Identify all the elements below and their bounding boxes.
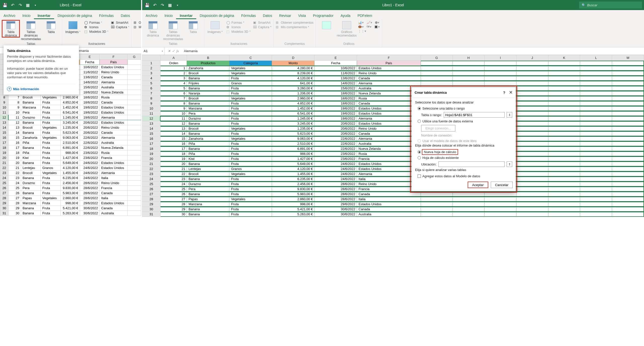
- cell[interactable]: [548, 141, 580, 146]
- cell[interactable]: [421, 207, 453, 212]
- cell[interactable]: [516, 161, 548, 166]
- cell[interactable]: [548, 197, 580, 202]
- cell[interactable]: 4.120,00 €: [272, 166, 314, 171]
- cell[interactable]: Vegetales: [229, 197, 272, 202]
- cell[interactable]: 1.427,00 €: [272, 156, 314, 161]
- cell[interactable]: [453, 66, 485, 71]
- cell[interactable]: [516, 212, 548, 217]
- cell[interactable]: [548, 212, 580, 217]
- cell[interactable]: [580, 187, 612, 192]
- row-header[interactable]: 15: [142, 131, 160, 136]
- header-orden[interactable]: Orden: [160, 61, 187, 66]
- cell[interactable]: 7: [160, 96, 187, 101]
- cell[interactable]: 28/6/2022: [314, 197, 357, 202]
- cell[interactable]: [548, 151, 580, 156]
- cell[interactable]: Australia: [357, 212, 421, 217]
- cell[interactable]: 18/6/2022: [314, 101, 357, 106]
- addins-ob[interactable]: ⊞Ob: [134, 21, 141, 25]
- cell[interactable]: Manzana: [187, 106, 229, 111]
- cell[interactable]: Fruta: [229, 131, 272, 136]
- row-header[interactable]: 14: [142, 126, 160, 131]
- header-monto[interactable]: Monto: [272, 61, 314, 66]
- icons-button[interactable]: ✿Iconos: [84, 25, 108, 29]
- cell[interactable]: 8: [160, 101, 187, 106]
- cell[interactable]: 26: [160, 192, 187, 197]
- header-categoría[interactable]: Categoría: [229, 61, 272, 66]
- row-header[interactable]: 16: [142, 136, 160, 141]
- cell[interactable]: [612, 81, 644, 86]
- cell[interactable]: Fruta: [229, 146, 272, 151]
- cell[interactable]: [516, 156, 548, 161]
- cell[interactable]: [548, 146, 580, 151]
- cell[interactable]: 2.960,00 €: [272, 96, 314, 101]
- cell[interactable]: [516, 86, 548, 91]
- cell[interactable]: Fruta: [229, 182, 272, 187]
- cell[interactable]: Fruta: [229, 177, 272, 182]
- cell[interactable]: 23/6/2022: [314, 151, 357, 156]
- cell[interactable]: [580, 86, 612, 91]
- cell[interactable]: 988,00 €: [272, 151, 314, 156]
- cell[interactable]: 24/6/2022: [314, 177, 357, 182]
- cell[interactable]: 2.510,00 €: [272, 141, 314, 146]
- row-header[interactable]: 29: [142, 202, 160, 207]
- cell[interactable]: [548, 202, 580, 207]
- cell[interactable]: 18: [160, 151, 187, 156]
- cell[interactable]: [612, 121, 644, 126]
- cell[interactable]: [612, 106, 644, 111]
- cell[interactable]: [612, 101, 644, 106]
- cell[interactable]: 1: [160, 66, 187, 71]
- qat-more-icon[interactable]: ▾: [32, 2, 38, 8]
- cell[interactable]: Pera: [187, 187, 229, 192]
- row-header[interactable]: 22: [142, 166, 160, 171]
- cell[interactable]: [580, 146, 612, 151]
- row-header[interactable]: 20: [142, 156, 160, 161]
- cell[interactable]: 998,00 €: [272, 202, 314, 207]
- cell[interactable]: Pera: [187, 111, 229, 116]
- cell[interactable]: Frijoles: [187, 81, 229, 86]
- cell[interactable]: [421, 71, 453, 76]
- cell[interactable]: [580, 156, 612, 161]
- cell[interactable]: Brocoli: [187, 96, 229, 101]
- cell[interactable]: Fruta: [229, 106, 272, 111]
- cell[interactable]: [516, 207, 548, 212]
- cell[interactable]: 5.421,00 €: [272, 207, 314, 212]
- cell[interactable]: Piña: [187, 141, 229, 146]
- cell[interactable]: 21: [160, 166, 187, 171]
- cell[interactable]: [548, 207, 580, 212]
- dialog-close-icon[interactable]: ✕: [509, 90, 513, 95]
- name-box[interactable]: A1: [142, 47, 165, 55]
- save-icon[interactable]: 💾: [144, 2, 150, 8]
- cell[interactable]: 5.983,00 €: [272, 192, 314, 197]
- cell[interactable]: [548, 171, 580, 177]
- cell[interactable]: 3.245,00 €: [272, 121, 314, 126]
- cell[interactable]: [612, 91, 644, 96]
- cell[interactable]: [421, 66, 453, 71]
- cell[interactable]: Italia: [357, 197, 421, 202]
- tab-insertar[interactable]: Insertar: [176, 12, 196, 19]
- tab-inicio[interactable]: Inicio: [19, 12, 34, 19]
- tab-programador[interactable]: Programador: [309, 12, 337, 19]
- row-header[interactable]: 25: [142, 182, 160, 187]
- cell[interactable]: 24: [160, 182, 187, 187]
- cell[interactable]: [612, 111, 644, 116]
- tab-disposición-de-página[interactable]: Disposición de página: [54, 12, 96, 19]
- images-button[interactable]: Imágenes: [64, 20, 82, 34]
- cell[interactable]: [516, 81, 548, 86]
- cell[interactable]: [516, 151, 548, 156]
- cell[interactable]: Vegetales: [229, 126, 272, 131]
- cell[interactable]: Banana: [187, 161, 229, 166]
- cell[interactable]: [612, 192, 644, 197]
- cell[interactable]: [548, 101, 580, 106]
- cell[interactable]: [485, 202, 516, 207]
- cell[interactable]: 5.649,00 €: [272, 161, 314, 166]
- cell[interactable]: [516, 106, 548, 111]
- cell[interactable]: [548, 76, 580, 81]
- cell[interactable]: Banana: [187, 76, 229, 81]
- cell[interactable]: Reino Unido: [357, 71, 421, 76]
- row-header[interactable]: 7: [142, 91, 160, 96]
- cell[interactable]: Fruta: [229, 91, 272, 96]
- tab-datos[interactable]: Datos: [259, 12, 276, 19]
- search-input[interactable]: 🔍 Buscar: [579, 2, 642, 9]
- cell[interactable]: Fruta: [229, 101, 272, 106]
- cell[interactable]: Vegetales: [229, 71, 272, 76]
